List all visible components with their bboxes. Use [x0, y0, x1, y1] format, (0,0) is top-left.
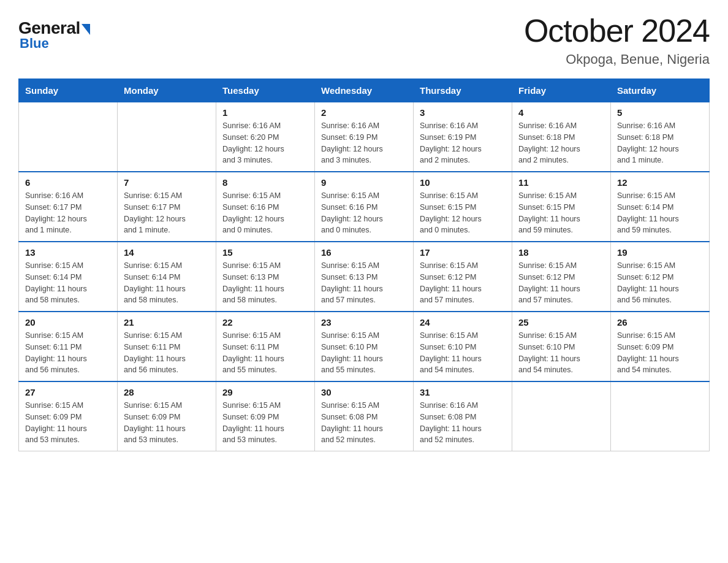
day-info: Sunrise: 6:15 AM Sunset: 6:08 PM Dayligh… [321, 400, 407, 446]
day-info: Sunrise: 6:16 AM Sunset: 6:17 PM Dayligh… [25, 190, 111, 236]
calendar-cell: 4Sunrise: 6:16 AM Sunset: 6:18 PM Daylig… [512, 102, 611, 172]
calendar-cell: 23Sunrise: 6:15 AM Sunset: 6:10 PM Dayli… [315, 312, 414, 381]
day-info: Sunrise: 6:15 AM Sunset: 6:09 PM Dayligh… [25, 400, 111, 446]
day-info: Sunrise: 6:15 AM Sunset: 6:14 PM Dayligh… [25, 260, 111, 306]
day-number: 14 [124, 247, 210, 258]
days-of-week-row: SundayMondayTuesdayWednesdayThursdayFrid… [19, 79, 710, 102]
day-number: 12 [617, 177, 703, 188]
logo-blue-text: Blue [20, 36, 49, 52]
day-number: 31 [420, 387, 506, 397]
calendar-cell: 2Sunrise: 6:16 AM Sunset: 6:19 PM Daylig… [315, 102, 414, 172]
day-info: Sunrise: 6:15 AM Sunset: 6:15 PM Dayligh… [420, 190, 506, 236]
day-info: Sunrise: 6:15 AM Sunset: 6:10 PM Dayligh… [321, 330, 407, 376]
day-number: 30 [321, 387, 407, 397]
day-info: Sunrise: 6:16 AM Sunset: 6:19 PM Dayligh… [420, 120, 506, 166]
calendar-cell [512, 381, 611, 451]
day-number: 21 [124, 317, 210, 327]
calendar-cell: 6Sunrise: 6:16 AM Sunset: 6:17 PM Daylig… [19, 172, 118, 242]
calendar-cell: 28Sunrise: 6:15 AM Sunset: 6:09 PM Dayli… [118, 381, 216, 451]
week-row-2: 6Sunrise: 6:16 AM Sunset: 6:17 PM Daylig… [19, 172, 710, 242]
week-row-4: 20Sunrise: 6:15 AM Sunset: 6:11 PM Dayli… [19, 312, 710, 381]
week-row-1: 1Sunrise: 6:16 AM Sunset: 6:20 PM Daylig… [19, 102, 710, 172]
week-row-3: 13Sunrise: 6:15 AM Sunset: 6:14 PM Dayli… [19, 242, 710, 312]
day-number: 26 [617, 317, 703, 327]
day-info: Sunrise: 6:16 AM Sunset: 6:08 PM Dayligh… [420, 400, 506, 446]
calendar-cell: 16Sunrise: 6:15 AM Sunset: 6:13 PM Dayli… [315, 242, 414, 312]
day-of-week-sunday: Sunday [19, 79, 118, 102]
day-number: 16 [321, 247, 407, 258]
day-info: Sunrise: 6:15 AM Sunset: 6:10 PM Dayligh… [518, 330, 604, 376]
calendar-cell: 14Sunrise: 6:15 AM Sunset: 6:14 PM Dayli… [118, 242, 216, 312]
calendar-cell: 30Sunrise: 6:15 AM Sunset: 6:08 PM Dayli… [315, 381, 414, 451]
day-number: 28 [124, 387, 210, 397]
calendar-cell: 8Sunrise: 6:15 AM Sunset: 6:16 PM Daylig… [216, 172, 315, 242]
calendar-cell: 11Sunrise: 6:15 AM Sunset: 6:15 PM Dayli… [512, 172, 611, 242]
title-block: October 2024 Okpoga, Benue, Nigeria [524, 12, 710, 67]
day-info: Sunrise: 6:15 AM Sunset: 6:09 PM Dayligh… [124, 400, 210, 446]
page-header: General Blue October 2024 Okpoga, Benue,… [18, 12, 710, 67]
day-of-week-saturday: Saturday [611, 79, 710, 102]
calendar-cell: 1Sunrise: 6:16 AM Sunset: 6:20 PM Daylig… [216, 102, 315, 172]
day-number: 8 [222, 177, 308, 188]
day-info: Sunrise: 6:15 AM Sunset: 6:14 PM Dayligh… [124, 260, 210, 306]
calendar-cell: 15Sunrise: 6:15 AM Sunset: 6:13 PM Dayli… [216, 242, 315, 312]
day-info: Sunrise: 6:15 AM Sunset: 6:12 PM Dayligh… [617, 260, 703, 306]
day-number: 7 [124, 177, 210, 188]
day-info: Sunrise: 6:15 AM Sunset: 6:09 PM Dayligh… [617, 330, 703, 376]
day-info: Sunrise: 6:15 AM Sunset: 6:11 PM Dayligh… [25, 330, 111, 376]
calendar-cell: 9Sunrise: 6:15 AM Sunset: 6:16 PM Daylig… [315, 172, 414, 242]
day-info: Sunrise: 6:15 AM Sunset: 6:10 PM Dayligh… [420, 330, 506, 376]
day-info: Sunrise: 6:16 AM Sunset: 6:18 PM Dayligh… [617, 120, 703, 166]
day-number: 10 [420, 177, 506, 188]
week-row-5: 27Sunrise: 6:15 AM Sunset: 6:09 PM Dayli… [19, 381, 710, 451]
day-info: Sunrise: 6:16 AM Sunset: 6:18 PM Dayligh… [518, 120, 604, 166]
day-of-week-tuesday: Tuesday [216, 79, 315, 102]
day-number: 15 [222, 247, 308, 258]
logo-arrow-icon [82, 24, 90, 35]
day-of-week-wednesday: Wednesday [315, 79, 414, 102]
calendar-header: SundayMondayTuesdayWednesdayThursdayFrid… [19, 79, 710, 102]
calendar-subtitle: Okpoga, Benue, Nigeria [524, 52, 710, 67]
day-of-week-thursday: Thursday [414, 79, 512, 102]
calendar-cell: 25Sunrise: 6:15 AM Sunset: 6:10 PM Dayli… [512, 312, 611, 381]
day-number: 27 [25, 387, 111, 397]
calendar-cell: 29Sunrise: 6:15 AM Sunset: 6:09 PM Dayli… [216, 381, 315, 451]
calendar-cell: 13Sunrise: 6:15 AM Sunset: 6:14 PM Dayli… [19, 242, 118, 312]
day-info: Sunrise: 6:15 AM Sunset: 6:11 PM Dayligh… [124, 330, 210, 376]
day-info: Sunrise: 6:15 AM Sunset: 6:13 PM Dayligh… [321, 260, 407, 306]
day-info: Sunrise: 6:15 AM Sunset: 6:11 PM Dayligh… [222, 330, 308, 376]
calendar-cell: 3Sunrise: 6:16 AM Sunset: 6:19 PM Daylig… [414, 102, 512, 172]
day-info: Sunrise: 6:15 AM Sunset: 6:09 PM Dayligh… [222, 400, 308, 446]
day-number: 4 [518, 107, 604, 118]
calendar-table: SundayMondayTuesdayWednesdayThursdayFrid… [18, 79, 710, 451]
calendar-cell: 22Sunrise: 6:15 AM Sunset: 6:11 PM Dayli… [216, 312, 315, 381]
calendar-body: 1Sunrise: 6:16 AM Sunset: 6:20 PM Daylig… [19, 102, 710, 451]
day-number: 3 [420, 107, 506, 118]
calendar-cell: 21Sunrise: 6:15 AM Sunset: 6:11 PM Dayli… [118, 312, 216, 381]
calendar-cell: 19Sunrise: 6:15 AM Sunset: 6:12 PM Dayli… [611, 242, 710, 312]
day-number: 23 [321, 317, 407, 327]
day-number: 9 [321, 177, 407, 188]
day-info: Sunrise: 6:15 AM Sunset: 6:17 PM Dayligh… [124, 190, 210, 236]
day-number: 2 [321, 107, 407, 118]
day-info: Sunrise: 6:15 AM Sunset: 6:16 PM Dayligh… [222, 190, 308, 236]
calendar-cell: 5Sunrise: 6:16 AM Sunset: 6:18 PM Daylig… [611, 102, 710, 172]
day-info: Sunrise: 6:15 AM Sunset: 6:14 PM Dayligh… [617, 190, 703, 236]
day-number: 20 [25, 317, 111, 327]
day-info: Sunrise: 6:15 AM Sunset: 6:12 PM Dayligh… [518, 260, 604, 306]
calendar-cell: 24Sunrise: 6:15 AM Sunset: 6:10 PM Dayli… [414, 312, 512, 381]
calendar-cell [118, 102, 216, 172]
day-number: 22 [222, 317, 308, 327]
calendar-cell [19, 102, 118, 172]
day-number: 13 [25, 247, 111, 258]
calendar-title: October 2024 [524, 12, 710, 49]
logo: General Blue [18, 12, 90, 52]
day-number: 29 [222, 387, 308, 397]
calendar-cell: 17Sunrise: 6:15 AM Sunset: 6:12 PM Dayli… [414, 242, 512, 312]
day-number: 25 [518, 317, 604, 327]
day-number: 17 [420, 247, 506, 258]
calendar-cell: 26Sunrise: 6:15 AM Sunset: 6:09 PM Dayli… [611, 312, 710, 381]
calendar-cell: 20Sunrise: 6:15 AM Sunset: 6:11 PM Dayli… [19, 312, 118, 381]
calendar-cell: 7Sunrise: 6:15 AM Sunset: 6:17 PM Daylig… [118, 172, 216, 242]
day-number: 1 [222, 107, 308, 118]
